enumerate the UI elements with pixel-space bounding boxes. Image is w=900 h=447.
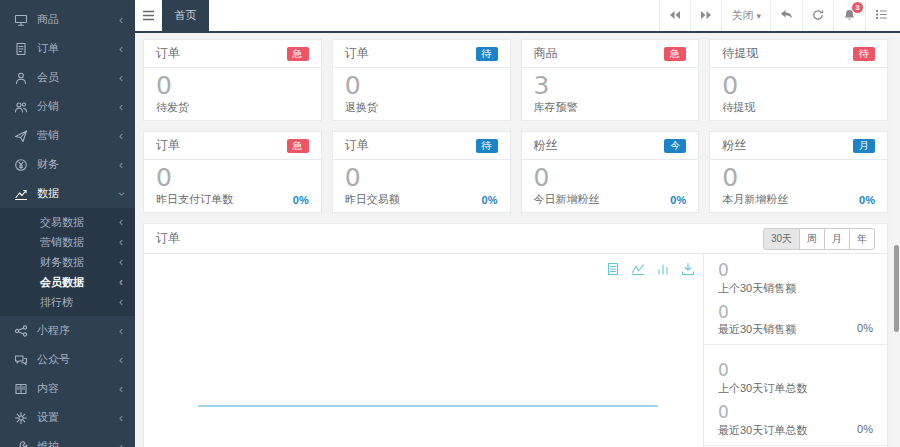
- stat-card-yesterday-paid-orders: 订单急 0 昨日支付订单数0%: [143, 131, 322, 213]
- sidebar-item-finance[interactable]: 财务: [0, 150, 135, 179]
- submenu-item-label: 排行榜: [40, 295, 119, 310]
- status-badge: 月: [853, 139, 875, 153]
- sidebar-toggle-button[interactable]: [135, 0, 162, 31]
- gear-icon: [14, 411, 28, 425]
- sidebar-item-label: 公众号: [37, 352, 119, 367]
- card-percent: 0%: [293, 194, 309, 206]
- range-button-month[interactable]: 月: [824, 228, 850, 250]
- scrollbar-thumb[interactable]: [894, 245, 899, 332]
- sidebar-item-settings[interactable]: 设置: [0, 403, 135, 432]
- card-percent: 0%: [482, 194, 498, 206]
- submenu-item-finance-data[interactable]: 财务数据: [0, 252, 135, 272]
- stat-card-pending-shipment: 订单急 0 待发货: [143, 39, 322, 121]
- card-label: 退换货: [345, 100, 378, 115]
- submenu-item-trade-data[interactable]: 交易数据: [0, 212, 135, 232]
- sidebar-item-goods[interactable]: 商品: [0, 5, 135, 34]
- submenu-item-label: 财务数据: [40, 255, 119, 270]
- status-badge: 待: [476, 139, 498, 153]
- status-badge: 急: [287, 139, 309, 153]
- tab-home[interactable]: 首页: [162, 0, 209, 31]
- wrench-icon: [14, 440, 28, 447]
- panel-title: 订单: [156, 230, 180, 247]
- refresh-icon: [812, 9, 824, 23]
- chevron-left-icon: [119, 382, 123, 396]
- card-value: 3: [534, 73, 687, 99]
- monitor-icon: [14, 13, 28, 27]
- stat-value: 0: [718, 361, 873, 380]
- card-percent: 0%: [859, 194, 875, 206]
- chevron-left-icon: [119, 440, 123, 447]
- card-label: 今日新增粉丝: [534, 192, 600, 207]
- sidebar-item-label: 设置: [37, 410, 119, 425]
- submenu-item-marketing-data[interactable]: 营销数据: [0, 232, 135, 252]
- stat-card-returns: 订单待 0 退换货: [332, 39, 511, 121]
- sidebar-item-label: 财务: [37, 157, 119, 172]
- double-arrow-right-icon: [700, 10, 712, 22]
- sidebar-item-content[interactable]: 内容: [0, 374, 135, 403]
- sidebar-item-orders[interactable]: 订单: [0, 34, 135, 63]
- vertical-scrollbar[interactable]: [893, 33, 900, 447]
- chevron-left-icon: [119, 158, 123, 172]
- card-value: 0: [156, 165, 309, 191]
- paper-plane-icon: [14, 129, 28, 143]
- stat-label: 上个30天订单总数: [718, 381, 807, 396]
- stat-card-today-new-fans: 粉丝今 0 今日新增粉丝0%: [521, 131, 700, 213]
- sidebar-item-miniprogram[interactable]: 小程序: [0, 316, 135, 345]
- close-tabs-label: 关闭: [731, 8, 753, 23]
- card-value: 0: [345, 73, 498, 99]
- chat-icon: [14, 353, 28, 367]
- sidebar-submenu-data: 交易数据 营销数据 财务数据 会员数据 排行榜: [0, 208, 135, 316]
- dashboard-content: 订单急 0 待发货 订单待 0 退换货 商品急 3 库存预警 待提现待 0: [135, 33, 900, 447]
- sidebar-item-marketing[interactable]: 营销: [0, 121, 135, 150]
- sidebar-item-label: 商品: [37, 12, 119, 27]
- stat-card-stock-warning: 商品急 3 库存预警: [521, 39, 700, 121]
- card-value: 0: [345, 165, 498, 191]
- chevron-left-icon: [119, 13, 123, 27]
- notification-badge: 3: [852, 2, 863, 13]
- linechart-icon[interactable]: [631, 262, 645, 276]
- refresh-button[interactable]: [802, 0, 833, 31]
- close-tabs-dropdown[interactable]: 关闭 ▾: [721, 0, 770, 31]
- card-label: 昨日支付订单数: [156, 192, 233, 207]
- submenu-item-member-data[interactable]: 会员数据: [0, 272, 135, 292]
- card-title: 粉丝: [722, 137, 746, 154]
- sidebar-item-label: 小程序: [37, 323, 119, 338]
- range-button-year[interactable]: 年: [849, 228, 875, 250]
- notifications-button[interactable]: 3: [833, 0, 865, 31]
- range-button-30days[interactable]: 30天: [763, 228, 800, 250]
- sidebar-item-maintenance[interactable]: 维护: [0, 432, 135, 447]
- nodes-icon: [14, 324, 28, 338]
- sidebar-item-data[interactable]: 数据: [0, 179, 135, 208]
- status-badge: 待: [853, 47, 875, 61]
- topbar: 首页 关闭 ▾ 3: [135, 0, 900, 33]
- card-label: 本月新增粉丝: [722, 192, 788, 207]
- stat-value: 0: [718, 261, 873, 280]
- task-list-button[interactable]: [865, 0, 900, 31]
- stat-percent: 0%: [857, 322, 873, 337]
- undo-arrow-icon: [780, 9, 793, 22]
- download-icon[interactable]: [681, 262, 695, 276]
- card-value: 0: [156, 73, 309, 99]
- range-button-week[interactable]: 周: [799, 228, 825, 250]
- dataview-icon[interactable]: [606, 262, 620, 276]
- card-title: 商品: [534, 45, 558, 62]
- sidebar-item-distribution[interactable]: 分销: [0, 92, 135, 121]
- chevron-left-icon: [119, 353, 123, 367]
- sidebar-item-official-account[interactable]: 公众号: [0, 345, 135, 374]
- card-label: 库存预警: [534, 100, 578, 115]
- submenu-item-ranking[interactable]: 排行榜: [0, 292, 135, 312]
- back-button[interactable]: [770, 0, 802, 31]
- sidebar-item-label: 数据: [37, 186, 119, 201]
- chevron-left-icon: [119, 100, 123, 114]
- sidebar: 商品 订单 会员 分销 营销 财务 数据: [0, 0, 135, 447]
- tabs-scroll-left-button[interactable]: [659, 0, 690, 31]
- chevron-left-icon: [119, 411, 123, 425]
- users-icon: [14, 100, 28, 114]
- stat-label: 最近30天订单总数: [718, 423, 807, 438]
- chevron-left-icon: [119, 255, 123, 269]
- barchart-icon[interactable]: [656, 262, 670, 276]
- tabs-scroll-right-button[interactable]: [690, 0, 721, 31]
- status-badge: 待: [476, 47, 498, 61]
- sidebar-item-members[interactable]: 会员: [0, 63, 135, 92]
- main-area: 首页 关闭 ▾ 3: [135, 0, 900, 447]
